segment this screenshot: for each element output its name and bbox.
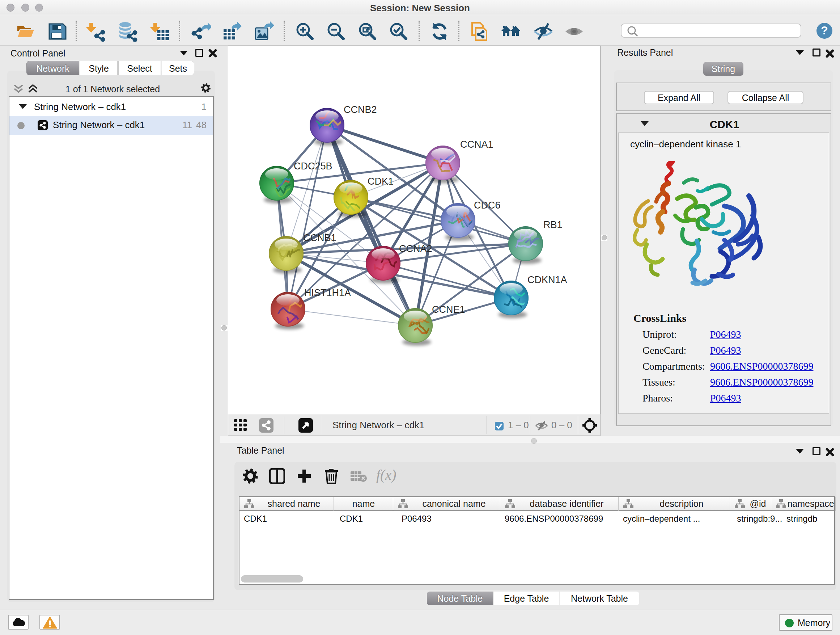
svg-text:CCNB1: CCNB1 xyxy=(303,233,336,243)
svg-text:CCNE1: CCNE1 xyxy=(432,304,465,315)
svg-text:CCNB2: CCNB2 xyxy=(344,104,377,115)
svg-text:CDKN1A: CDKN1A xyxy=(527,274,567,285)
svg-text:CCNA1: CCNA1 xyxy=(460,139,493,150)
svg-text:CCNA2: CCNA2 xyxy=(399,243,432,254)
svg-text:CDC6: CDC6 xyxy=(474,200,501,211)
svg-text:CDC25B: CDC25B xyxy=(294,161,332,172)
svg-text:RB1: RB1 xyxy=(543,219,562,230)
svg-text:CDK1: CDK1 xyxy=(368,176,393,187)
svg-text:HIST1H1A: HIST1H1A xyxy=(304,287,351,298)
svg-text:?: ? xyxy=(821,24,828,37)
